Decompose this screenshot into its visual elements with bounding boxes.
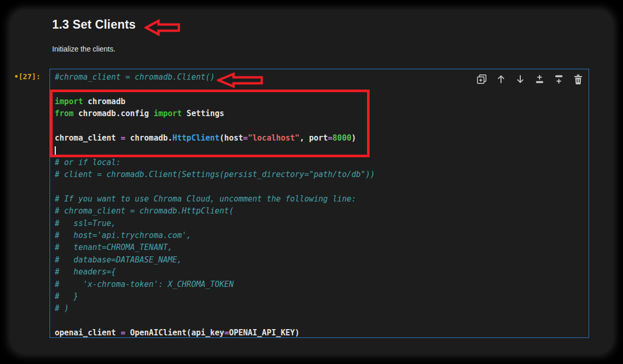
execution-count: •[27]: [14,72,41,81]
code-line[interactable]: # 'x-chroma-token': X_CHROMA_TOKEN [55,279,587,291]
insert-cell-above-icon[interactable] [534,74,545,84]
red-arrow-annotation-heading [144,19,181,36]
code-line[interactable]: # headers={ [55,266,587,278]
delete-cell-icon[interactable] [573,74,583,84]
code-line[interactable]: import chromadb [55,96,587,108]
code-line[interactable]: # ssl=True, [55,218,587,230]
code-line[interactable]: # client = chromadb.Client(Settings(pers… [55,169,587,181]
code-line[interactable]: # If you want to use Chroma Cloud, uncom… [55,193,587,205]
code-line[interactable]: from chromadb.config import Settings [55,108,587,120]
code-line[interactable]: # } [55,291,587,303]
cell-toolbar [477,74,583,84]
copy-cell-icon[interactable] [477,74,487,84]
code-line[interactable]: chroma_client = chromadb.HttpClient(host… [55,132,587,144]
section-heading: 1.3 Set Clients [52,18,136,32]
code-line[interactable]: # or if local: [55,157,587,169]
move-cell-up-icon[interactable] [496,74,506,84]
code-line[interactable] [55,83,587,95]
code-area[interactable]: #chroma_client = chromadb.Client()import… [55,71,587,336]
code-line[interactable]: # tenant=CHROMA_TENANT, [55,242,587,254]
markdown-paragraph: Initialize the clients. [52,45,115,53]
code-cell[interactable]: #chroma_client = chromadb.Client()import… [50,69,589,338]
code-line[interactable]: openai_client = OpenAIClient(api_key=OPE… [55,327,587,339]
code-line[interactable]: # ) [55,303,587,315]
code-line[interactable] [55,120,587,132]
code-line[interactable] [55,144,587,156]
code-line[interactable] [55,315,587,327]
code-line[interactable]: # host='api.trychroma.com', [55,230,587,242]
move-cell-down-icon[interactable] [515,74,526,84]
code-line[interactable]: # database=DATABASE_NAME, [55,254,587,266]
insert-cell-below-icon[interactable] [554,74,564,84]
code-line[interactable]: # chroma_client = chromadb.HttpClient( [55,205,587,217]
code-line[interactable] [55,181,587,193]
notebook-panel: 1.3 Set Clients Initialize the clients. … [10,10,613,354]
